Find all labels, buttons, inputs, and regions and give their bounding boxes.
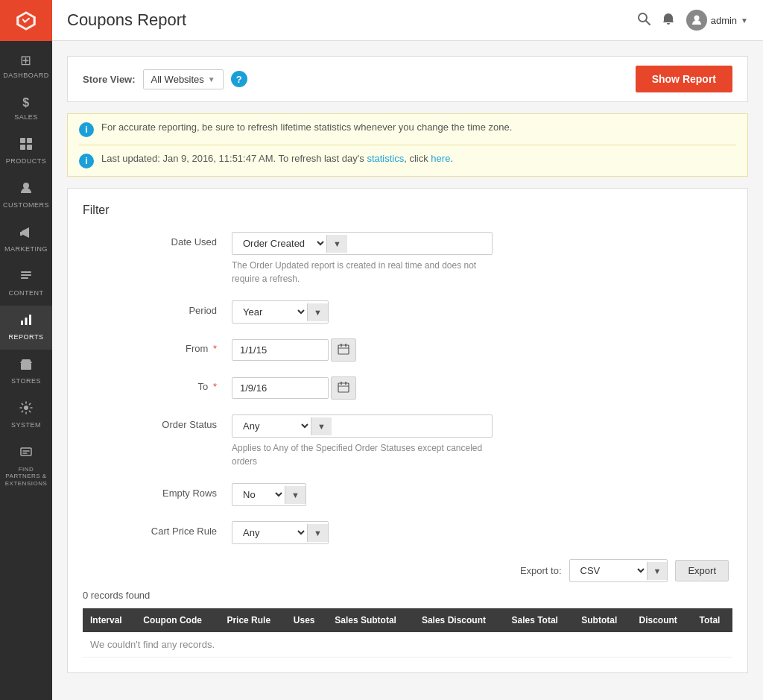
sidebar-item-reports[interactable]: REPORTS bbox=[0, 306, 52, 350]
store-view-select[interactable]: All Websites ▼ bbox=[143, 69, 224, 89]
sidebar-item-sales[interactable]: $ SALES bbox=[0, 88, 52, 129]
info-icon-2: i bbox=[79, 154, 94, 168]
filter-label-from: From * bbox=[83, 338, 232, 354]
export-button[interactable]: Export bbox=[675, 560, 729, 581]
show-report-button[interactable]: Show Report bbox=[636, 66, 732, 92]
find-partners-icon bbox=[19, 445, 33, 463]
svg-rect-0 bbox=[20, 138, 25, 143]
svg-point-14 bbox=[24, 406, 28, 410]
store-view-value: All Websites bbox=[151, 74, 204, 85]
col-discount: Discount bbox=[632, 608, 692, 632]
info-message-2: i Last updated: Jan 9, 2016, 11:51:47 AM… bbox=[68, 145, 747, 176]
info-message-1: i For accurate reporting, be sure to ref… bbox=[68, 114, 747, 145]
sales-icon: $ bbox=[22, 95, 29, 111]
svg-rect-8 bbox=[21, 277, 28, 279]
here-link[interactable]: here bbox=[431, 153, 450, 164]
filter-control-empty-rows: Yes No ▼ bbox=[232, 483, 306, 506]
from-calendar-icon[interactable] bbox=[331, 338, 356, 362]
topbar-actions: admin ▼ bbox=[637, 10, 748, 31]
notification-icon[interactable] bbox=[662, 12, 675, 29]
store-view-label: Store View: bbox=[83, 74, 136, 85]
to-calendar-icon[interactable] bbox=[331, 376, 356, 400]
svg-line-17 bbox=[646, 21, 650, 25]
info-icon-1: i bbox=[79, 122, 94, 137]
info-text-1: For accurate reporting, be sure to refre… bbox=[101, 122, 512, 133]
order-status-arrow: ▼ bbox=[311, 417, 332, 435]
col-sales-subtotal: Sales Subtotal bbox=[327, 608, 414, 632]
period-select[interactable]: Day Month Year bbox=[232, 301, 307, 323]
user-menu[interactable]: admin ▼ bbox=[686, 10, 748, 31]
search-icon[interactable] bbox=[637, 12, 650, 29]
cart-price-rule-select[interactable]: Any bbox=[232, 522, 307, 543]
col-sales-total: Sales Total bbox=[504, 608, 574, 632]
table-row-empty: We couldn't find any records. bbox=[83, 632, 732, 658]
to-input[interactable] bbox=[232, 377, 329, 399]
col-uses: Uses bbox=[286, 608, 327, 632]
no-records-text: We couldn't find any records. bbox=[83, 632, 732, 658]
svg-rect-7 bbox=[21, 274, 31, 276]
col-sales-discount: Sales Discount bbox=[414, 608, 504, 632]
empty-rows-select[interactable]: Yes No bbox=[232, 484, 285, 505]
help-icon[interactable]: ? bbox=[231, 71, 247, 87]
date-used-arrow: ▼ bbox=[326, 235, 347, 253]
marketing-icon bbox=[19, 225, 33, 243]
filter-label-empty-rows: Empty Rows bbox=[83, 483, 232, 499]
cart-price-rule-arrow: ▼ bbox=[307, 524, 328, 542]
store-view-bar: Store View: All Websites ▼ ? Show Report bbox=[67, 56, 748, 102]
svg-rect-11 bbox=[29, 315, 31, 325]
filter-section: Filter Date Used Order Created Order Upd… bbox=[67, 188, 748, 673]
table-header-row: Interval Coupon Code Price Rule Uses Sal… bbox=[83, 608, 732, 632]
from-required: * bbox=[213, 343, 217, 354]
filter-control-period: Day Month Year ▼ bbox=[232, 300, 329, 324]
period-select-wrapper: Day Month Year ▼ bbox=[232, 300, 329, 324]
filter-control-cart-price-rule: Any ▼ bbox=[232, 521, 329, 544]
from-input[interactable] bbox=[232, 339, 329, 361]
date-used-select[interactable]: Order Created Order Updated bbox=[232, 233, 326, 254]
records-count: 0 records found bbox=[83, 590, 732, 601]
svg-rect-2 bbox=[20, 145, 25, 150]
data-table: Interval Coupon Code Price Rule Uses Sal… bbox=[83, 608, 732, 658]
svg-point-18 bbox=[694, 16, 699, 21]
content-icon bbox=[19, 269, 33, 287]
sidebar-item-customers[interactable]: CUSTOMERS bbox=[0, 174, 52, 218]
to-input-wrapper bbox=[232, 376, 356, 400]
filter-control-to bbox=[232, 376, 356, 400]
svg-rect-19 bbox=[338, 345, 349, 354]
filter-row-order-status: Order Status Any Canceled Complete Proce… bbox=[83, 414, 732, 468]
customers-icon bbox=[19, 181, 33, 199]
sidebar-item-stores[interactable]: STORES bbox=[0, 350, 52, 394]
system-icon bbox=[19, 401, 33, 419]
empty-rows-select-wrapper: Yes No ▼ bbox=[232, 483, 306, 506]
filter-row-period: Period Day Month Year ▼ bbox=[83, 300, 732, 324]
filter-control-order-status: Any Canceled Complete Processing ▼ Appli… bbox=[232, 414, 493, 468]
export-format-select[interactable]: CSV Excel XML bbox=[570, 560, 647, 581]
order-status-select[interactable]: Any Canceled Complete Processing bbox=[232, 415, 311, 437]
sidebar-item-products[interactable]: PRODUCTS bbox=[0, 130, 52, 174]
main-content: Coupons Report admin ▼ Store View: bbox=[52, 0, 763, 700]
sidebar-item-system[interactable]: SYSTEM bbox=[0, 394, 52, 438]
export-label: Export to: bbox=[520, 565, 562, 576]
username: admin bbox=[711, 15, 737, 26]
empty-rows-arrow: ▼ bbox=[285, 486, 305, 504]
sidebar-item-find-partners[interactable]: FIND PARTNERS & EXTENSIONS bbox=[0, 438, 52, 498]
user-dropdown-icon: ▼ bbox=[741, 16, 748, 25]
svg-rect-10 bbox=[25, 318, 28, 325]
col-interval: Interval bbox=[83, 608, 136, 632]
svg-rect-1 bbox=[27, 138, 32, 143]
info-text-2: Last updated: Jan 9, 2016, 11:51:47 AM. … bbox=[101, 153, 453, 164]
col-price-rule: Price Rule bbox=[219, 608, 285, 632]
cart-price-rule-select-wrapper: Any ▼ bbox=[232, 521, 329, 544]
from-input-wrapper bbox=[232, 338, 356, 362]
store-view-dropdown-icon: ▼ bbox=[208, 75, 215, 83]
filter-control-from bbox=[232, 338, 356, 362]
filter-row-cart-price-rule: Cart Price Rule Any ▼ bbox=[83, 521, 732, 544]
export-format-arrow: ▼ bbox=[647, 562, 668, 580]
svg-rect-13 bbox=[25, 365, 28, 370]
sidebar-item-marketing[interactable]: MARKETING bbox=[0, 218, 52, 262]
filter-row-empty-rows: Empty Rows Yes No ▼ bbox=[83, 483, 732, 506]
sidebar-item-content[interactable]: CONTENT bbox=[0, 262, 52, 306]
svg-rect-5 bbox=[20, 232, 22, 236]
period-arrow: ▼ bbox=[307, 303, 328, 321]
sidebar-item-dashboard[interactable]: ⊞ DASHBOARD bbox=[0, 45, 52, 88]
statistics-link[interactable]: statistics bbox=[367, 153, 404, 164]
